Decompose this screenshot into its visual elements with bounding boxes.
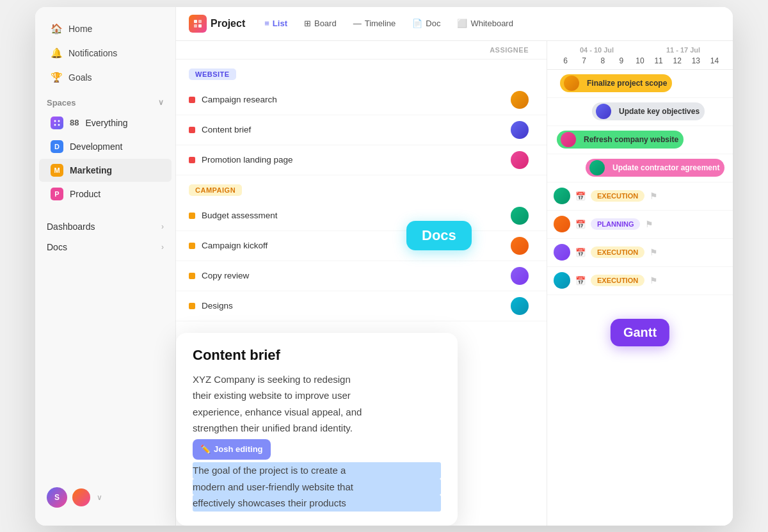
task-name: Promotion landing page — [202, 155, 451, 165]
gantt-week-2-label: 11 - 17 Jul — [640, 46, 726, 54]
josh-editing-badge: ✏️ Josh editing — [193, 439, 271, 460]
tab-timeline[interactable]: — Timeline — [346, 15, 404, 32]
flag-icon: ⚑ — [645, 219, 653, 229]
marketing-dot: M — [51, 164, 63, 177]
task-row[interactable]: Designs — [176, 291, 547, 321]
gantt-panel: 04 - 10 Jul 11 - 17 Jul 6 7 8 9 10 11 12… — [547, 41, 733, 526]
tab-whiteboard[interactable]: ⬜ Whiteboard — [449, 15, 520, 32]
task-avatar — [511, 297, 529, 315]
status-avatar — [554, 216, 570, 232]
tab-whiteboard-label: Whiteboard — [470, 19, 513, 28]
task-row[interactable]: Content brief — [176, 115, 547, 145]
status-row-4: 📅 EXECUTION ⚑ — [547, 267, 733, 295]
user-chevron-icon[interactable]: ∨ — [97, 493, 102, 502]
sidebar-item-marketing[interactable]: M Marketing — [39, 159, 172, 182]
status-badge-execution: EXECUTION — [591, 190, 644, 202]
sidebar-goals-label: Goals — [68, 72, 92, 83]
day-7: 7 — [575, 56, 593, 65]
sidebar-item-development[interactable]: D Development — [39, 135, 172, 158]
assignee-cell — [457, 121, 534, 139]
tab-board[interactable]: ⊞ Board — [296, 15, 344, 32]
sidebar-product-label: Product — [70, 189, 100, 199]
header-tabs: ≡ List ⊞ Board — Timeline 📄 Doc ⬜ Whi — [257, 15, 521, 32]
trophy-icon: 🏆 — [51, 72, 62, 83]
flag-icon: ⚑ — [650, 275, 658, 286]
docs-panel-body: XYZ Company is seeking to redesign their… — [193, 371, 441, 512]
task-avatar — [511, 267, 529, 285]
task-avatar — [511, 207, 529, 225]
task-row[interactable]: Budget assessment — [176, 201, 547, 231]
sidebar-docs[interactable]: Docs › — [35, 237, 175, 257]
docs-line-2: their existing website to improve user — [193, 387, 441, 404]
team-avatar — [72, 488, 90, 506]
svg-rect-5 — [198, 20, 202, 23]
docs-josh-editing: ✏️ Josh editing — [193, 439, 441, 462]
board-tab-icon: ⊞ — [304, 19, 311, 28]
task-row[interactable]: Campaign kickoff — [176, 231, 547, 261]
task-dot-red — [189, 127, 195, 133]
svg-point-2 — [54, 124, 56, 125]
sidebar-notifications-label: Notifications — [68, 48, 117, 58]
gantt-body: Finalize project scope Update key object… — [547, 70, 733, 295]
task-avatar — [511, 237, 529, 255]
status-avatar — [554, 272, 570, 289]
task-name: Campaign research — [202, 95, 451, 104]
assignee-cell — [457, 267, 534, 285]
task-name: Budget assessment — [202, 211, 451, 220]
docs-highlighted-1: The goal of the project is to create a — [193, 462, 441, 479]
tab-doc[interactable]: 📄 Doc — [404, 15, 448, 32]
docs-line-3: experience, enhance visual appeal, and — [193, 404, 441, 421]
bell-icon: 🔔 — [51, 47, 62, 59]
dashboards-label: Dashboards — [47, 222, 95, 232]
task-row[interactable]: Copy review — [176, 261, 547, 291]
sidebar-nav-goals[interactable]: 🏆 Goals — [39, 66, 172, 89]
main-content: Project ≡ List ⊞ Board — Timeline 📄 Doc — [176, 7, 733, 526]
day-11: 11 — [650, 56, 668, 65]
sidebar-nav-home[interactable]: 🏠 Home — [39, 17, 172, 40]
sidebar-home-label: Home — [68, 24, 92, 34]
gantt-bar-contractor: Update contractor agreement — [586, 159, 724, 177]
docs-bubble-label: Docs — [422, 227, 456, 243]
calendar-icon: 📅 — [575, 248, 586, 257]
tab-list[interactable]: ≡ List — [257, 15, 295, 32]
product-dot: P — [51, 188, 63, 200]
gantt-bar-label: Update key objectives — [619, 107, 700, 116]
sidebar-nav-notifications[interactable]: 🔔 Notifications — [39, 42, 172, 65]
task-dot-red — [189, 157, 195, 163]
sidebar-footer: S ∨ — [35, 480, 175, 515]
task-dot-yellow — [189, 213, 195, 219]
project-icon — [189, 15, 207, 33]
doc-tab-icon: 📄 — [412, 19, 422, 28]
gantt-header: 04 - 10 Jul 11 - 17 Jul 6 7 8 9 10 11 12… — [547, 41, 733, 70]
svg-rect-6 — [194, 24, 197, 28]
calendar-icon: 📅 — [575, 276, 586, 286]
gantt-bar-website: Refresh company website — [557, 131, 684, 149]
sidebar-item-everything[interactable]: 88 Everything — [39, 111, 172, 134]
list-tab-icon: ≡ — [264, 19, 269, 28]
spaces-chevron-icon[interactable]: ∨ — [158, 98, 164, 107]
pencil-icon: ✏️ — [200, 442, 211, 456]
task-row[interactable]: Promotion landing page — [176, 145, 547, 175]
whiteboard-tab-icon: ⬜ — [457, 19, 467, 28]
sidebar-marketing-label: Marketing — [70, 165, 112, 175]
docs-line-4: strengthen their unified brand identity. — [193, 420, 441, 437]
status-badge-execution: EXECUTION — [591, 275, 644, 286]
status-row-3: 📅 EXECUTION ⚑ — [547, 239, 733, 267]
gantt-bar-avatar — [561, 132, 576, 147]
sidebar-item-product[interactable]: P Product — [39, 182, 172, 206]
day-8: 8 — [593, 56, 612, 65]
task-avatar — [511, 91, 529, 109]
assignee-col-header: ASSIGNEE — [457, 46, 534, 54]
user-avatar[interactable]: S — [47, 487, 67, 508]
gantt-row-1: Finalize project scope — [547, 70, 733, 98]
everything-dot — [51, 117, 63, 129]
task-row[interactable]: Campaign research — [176, 85, 547, 115]
assignee-cell — [457, 91, 534, 109]
flag-icon: ⚑ — [650, 247, 658, 257]
website-section-header: WEBSITE — [176, 60, 547, 85]
sidebar-dashboards[interactable]: Dashboards › — [35, 216, 175, 237]
day-10: 10 — [630, 56, 649, 65]
sidebar-everything-label: Everything — [85, 118, 127, 128]
calendar-icon: 📅 — [575, 220, 586, 229]
docs-highlighted-3: effectively showcases their products — [193, 495, 441, 512]
